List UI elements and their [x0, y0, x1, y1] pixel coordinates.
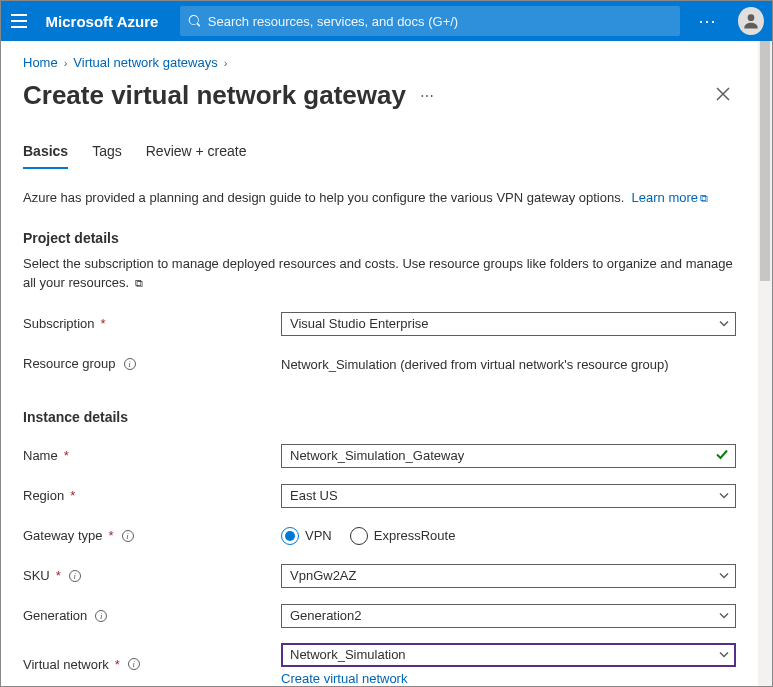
breadcrumb-home[interactable]: Home [23, 55, 58, 70]
checkmark-icon [715, 447, 729, 461]
chevron-down-icon [719, 490, 729, 500]
external-link-icon: ⧉ [700, 192, 708, 204]
gateway-type-vpn-radio[interactable]: VPN [281, 527, 332, 545]
generation-label: Generation i [23, 608, 281, 623]
topbar-more-button[interactable]: ⋯ [688, 10, 728, 32]
sku-value: VpnGw2AZ [290, 568, 356, 583]
user-avatar[interactable] [738, 7, 764, 35]
gateway-type-expressroute-radio[interactable]: ExpressRoute [350, 527, 456, 545]
chevron-right-icon: › [224, 57, 228, 69]
intro-body: Azure has provided a planning and design… [23, 190, 624, 205]
info-icon[interactable]: i [122, 530, 134, 542]
sku-select[interactable]: VpnGw2AZ [281, 564, 736, 588]
person-icon [741, 11, 761, 31]
svg-rect-1 [11, 20, 27, 22]
generation-value: Generation2 [290, 608, 362, 623]
main-content: Home › Virtual network gateways › Create… [1, 41, 758, 686]
chevron-down-icon [719, 318, 729, 328]
close-icon [716, 87, 730, 101]
breadcrumb-vnet-gateways[interactable]: Virtual network gateways [73, 55, 217, 70]
hamburger-menu-button[interactable] [1, 1, 38, 41]
vnet-label: Virtual network* i [23, 657, 281, 672]
create-vnet-link[interactable]: Create virtual network [281, 671, 736, 686]
close-button[interactable] [710, 81, 736, 110]
global-search[interactable] [180, 6, 680, 36]
external-link-icon: ⧉ [135, 277, 143, 289]
name-value: Network_Simulation_Gateway [290, 448, 464, 463]
vnet-select[interactable]: Network_Simulation [281, 643, 736, 667]
global-search-input[interactable] [208, 14, 673, 29]
name-input[interactable]: Network_Simulation_Gateway [281, 444, 736, 468]
svg-rect-2 [11, 26, 27, 28]
region-value: East US [290, 488, 338, 503]
title-row: Create virtual network gateway ⋯ [23, 80, 736, 111]
info-icon[interactable]: i [69, 570, 81, 582]
project-details-heading: Project details [23, 230, 736, 246]
gateway-type-radio-group: VPN ExpressRoute [281, 527, 736, 545]
generation-select[interactable]: Generation2 [281, 604, 736, 628]
tab-basics[interactable]: Basics [23, 139, 68, 169]
instance-details-heading: Instance details [23, 409, 736, 425]
vertical-scrollbar[interactable] [758, 41, 772, 686]
info-icon[interactable]: i [128, 658, 140, 670]
project-details-desc: Select the subscription to manage deploy… [23, 254, 736, 293]
tab-tags[interactable]: Tags [92, 139, 122, 169]
tab-review-create[interactable]: Review + create [146, 139, 247, 169]
title-more-button[interactable]: ⋯ [420, 88, 436, 104]
tabs: Basics Tags Review + create [23, 139, 736, 170]
breadcrumb: Home › Virtual network gateways › [23, 55, 736, 70]
chevron-down-icon [719, 570, 729, 580]
vnet-value: Network_Simulation [290, 647, 406, 662]
page-title: Create virtual network gateway [23, 80, 406, 111]
chevron-down-icon [719, 649, 729, 659]
subscription-label: Subscription* [23, 316, 281, 331]
search-icon [188, 14, 201, 28]
svg-rect-0 [11, 14, 27, 16]
subscription-select[interactable]: Visual Studio Enterprise [281, 312, 736, 336]
chevron-right-icon: › [64, 57, 68, 69]
hamburger-icon [11, 14, 27, 28]
region-select[interactable]: East US [281, 484, 736, 508]
info-icon[interactable]: i [95, 610, 107, 622]
info-icon[interactable]: i [124, 358, 136, 370]
subscription-value: Visual Studio Enterprise [290, 316, 429, 331]
learn-more-link[interactable]: Learn more⧉ [632, 190, 708, 205]
top-bar: Microsoft Azure ⋯ [1, 1, 772, 41]
sku-label: SKU* i [23, 568, 281, 583]
name-label: Name* [23, 448, 281, 463]
svg-point-3 [748, 14, 755, 21]
scrollbar-thumb[interactable] [760, 41, 770, 281]
gateway-type-label: Gateway type* i [23, 528, 281, 543]
region-label: Region* [23, 488, 281, 503]
chevron-down-icon [719, 610, 729, 620]
intro-text: Azure has provided a planning and design… [23, 188, 736, 208]
resource-group-label: Resource group i [23, 356, 281, 371]
resource-group-value: Network_Simulation (derived from virtual… [281, 355, 736, 372]
brand-label: Microsoft Azure [42, 13, 177, 30]
